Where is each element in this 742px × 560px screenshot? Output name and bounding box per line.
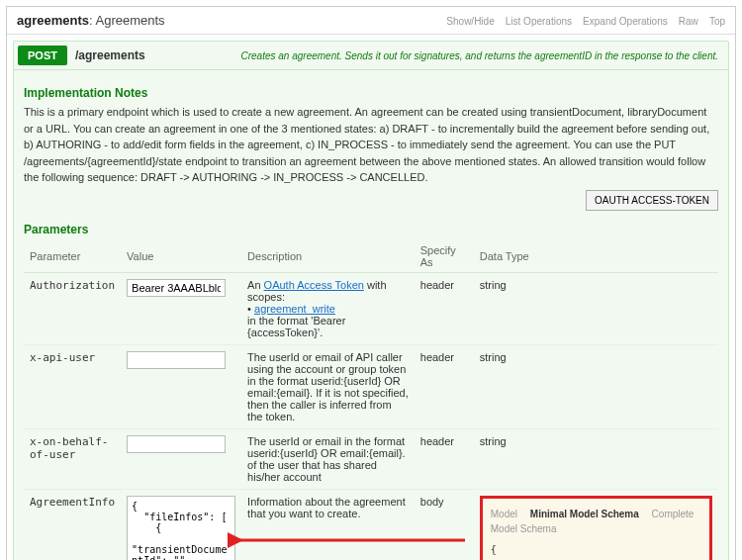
col-data-type: Data Type	[474, 240, 718, 273]
param-specify: header	[415, 428, 474, 489]
implementation-notes-text: This is a primary endpoint which is used…	[24, 104, 718, 186]
param-type: string	[474, 428, 718, 489]
operation-summary: Creates an agreement. Sends it out for s…	[241, 50, 725, 61]
schema-preview: { "fileInfos": [ { "transientDocumentId"…	[491, 542, 701, 561]
param-row-x-api-user: x-api-user The userId or email of API ca…	[24, 344, 718, 428]
schema-tabs: Model Minimal Model Schema Complete Mode…	[491, 507, 701, 536]
col-value: Value	[121, 240, 241, 273]
param-name: Authorization	[24, 272, 121, 344]
param-description: The userId or email in the format userid…	[241, 428, 415, 489]
link-show-hide[interactable]: Show/Hide	[446, 16, 494, 27]
endpoint-path: /agreements	[75, 48, 145, 62]
method-badge: POST	[18, 46, 67, 65]
param-specify: header	[415, 344, 474, 428]
agreement-info-textarea[interactable]	[127, 496, 235, 561]
operation-body: Implementation Notes This is a primary e…	[14, 70, 728, 560]
param-row-x-on-behalf-of-user: x-on-behalf-of-user The userId or email …	[24, 428, 718, 489]
param-row-agreement-info: AgreementInfo Content-Type: application/…	[24, 489, 718, 560]
parameters-title: Parameters	[24, 223, 718, 236]
param-type: string	[474, 344, 718, 428]
param-name: AgreementInfo	[24, 489, 121, 560]
authorization-input[interactable]	[127, 279, 226, 297]
operation-block: POST /agreements Creates an agreement. S…	[13, 41, 729, 560]
model-schema-callout[interactable]: Model Minimal Model Schema Complete Mode…	[480, 496, 712, 561]
param-description: Information about the agreement that you…	[247, 496, 406, 519]
param-name: x-on-behalf-of-user	[24, 428, 121, 489]
param-type: string	[474, 272, 718, 344]
header-links: Show/Hide List Operations Expand Operati…	[438, 15, 725, 27]
resource-title: agreements: Agreements	[17, 13, 165, 28]
implementation-notes-title: Implementation Notes	[24, 86, 718, 100]
col-specify-as: Specify As	[415, 240, 474, 273]
tab-minimal-schema[interactable]: Minimal Model Schema	[530, 509, 639, 519]
link-raw[interactable]: Raw	[679, 16, 698, 27]
operation-bar[interactable]: POST /agreements Creates an agreement. S…	[14, 42, 728, 70]
param-row-authorization: Authorization An OAuth Access Token with…	[24, 272, 718, 344]
x-api-user-input[interactable]	[127, 351, 226, 369]
param-name: x-api-user	[24, 344, 121, 428]
oauth-token-button[interactable]: OAUTH ACCESS-TOKEN	[586, 190, 718, 211]
link-top[interactable]: Top	[709, 16, 725, 27]
scope-link[interactable]: agreement_write	[254, 303, 335, 315]
link-expand-operations[interactable]: Expand Operations	[583, 16, 668, 27]
panel-header: agreements: Agreements Show/Hide List Op…	[7, 7, 735, 35]
param-specify: header	[415, 272, 474, 344]
oauth-access-token-link[interactable]: OAuth Access Token	[264, 279, 364, 291]
x-on-behalf-of-user-input[interactable]	[127, 435, 226, 453]
param-description: An OAuth Access Token with scopes: • agr…	[241, 272, 415, 344]
col-description: Description	[241, 240, 415, 273]
callout-arrow-icon	[228, 530, 475, 550]
tab-model[interactable]: Model	[491, 509, 517, 519]
param-description: The userId or email of API caller using …	[241, 344, 415, 428]
link-list-operations[interactable]: List Operations	[506, 16, 572, 27]
api-panel: agreements: Agreements Show/Hide List Op…	[6, 6, 736, 560]
col-parameter: Parameter	[24, 240, 121, 273]
parameters-table: Parameter Value Description Specify As D…	[24, 240, 718, 561]
